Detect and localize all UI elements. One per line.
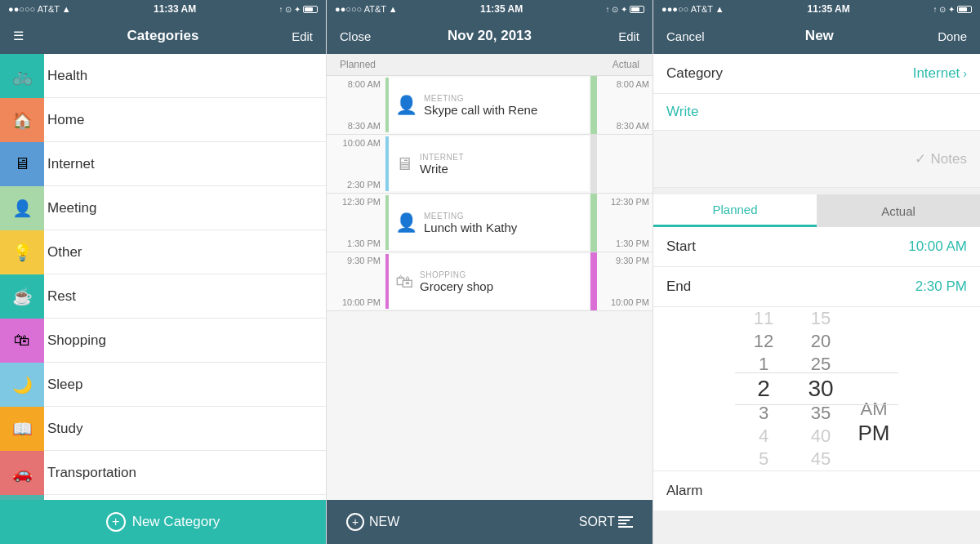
category-item-other[interactable]: 💡Other	[0, 230, 326, 274]
hour-picker[interactable]: 11 12 1 2 3 4 5	[735, 307, 792, 470]
start-value: 10:00 AM	[908, 239, 967, 255]
status-icons-1: ↑ ⊙ ✦	[278, 5, 318, 14]
new-event-button[interactable]: + NEW	[346, 513, 399, 531]
actual-segment[interactable]: Actual	[817, 194, 980, 227]
category-value: Internet ›	[913, 65, 967, 82]
battery-icon	[303, 6, 318, 13]
ampm-picker[interactable]: AM PM	[849, 307, 898, 470]
start-time-2: 10:00 AM	[343, 135, 381, 148]
category-item-health[interactable]: 🚲Health	[0, 54, 326, 98]
hour-5: 5	[735, 448, 792, 470]
event-category-1: MEETING	[424, 94, 537, 103]
event-content-3: 👤 MEETING Lunch with Kathy	[385, 195, 589, 250]
status-bar-2: ●●○○○ AT&T ▲ 11:35 AM ↑ ⊙ ✦	[327, 0, 653, 18]
event-row-4[interactable]: 9:30 PM 10:00 PM 🛍 SHOPPING Grocery shop…	[327, 252, 653, 311]
category-item-sleep[interactable]: 🌙Sleep	[0, 363, 326, 407]
nav-bar-2: Close Nov 20, 2013 Edit	[327, 18, 653, 54]
actual-start-3: 12:30 PM	[611, 194, 649, 207]
internet-icon: 🖥	[0, 142, 44, 186]
actual-start-1: 8:00 AM	[617, 76, 649, 89]
notes-label: Notes	[931, 151, 967, 167]
notes-check-icon: ✓	[915, 150, 926, 167]
plus-icon: +	[106, 512, 126, 532]
event-row-3[interactable]: 12:30 PM 1:30 PM 👤 MEETING Lunch with Ka…	[327, 194, 653, 252]
category-item-home[interactable]: 🏠Home	[0, 98, 326, 142]
event-icon-1: 👤	[395, 95, 417, 116]
new-category-label: New Category	[132, 514, 220, 530]
notes-area[interactable]: ✓ Notes	[653, 131, 980, 188]
sort-label: SORT	[579, 515, 615, 529]
min-25: 25	[792, 353, 849, 376]
event-text-1: MEETING Skype call with Rene	[424, 94, 537, 117]
event-icon-2: 🖥	[395, 154, 413, 175]
nav-bar-1: ☰ Categories Edit	[0, 18, 326, 54]
category-item-internet[interactable]: 🖥Internet	[0, 142, 326, 186]
min-15: 15	[792, 307, 849, 330]
meeting-label: Meeting	[44, 200, 96, 216]
event-title-3: Lunch with Kathy	[424, 221, 517, 234]
event-icon-3: 👤	[395, 212, 417, 234]
actual-end-1: 8:30 AM	[617, 121, 649, 134]
meeting-icon: 👤	[0, 186, 44, 230]
category-item-rest[interactable]: ☕Rest	[0, 274, 326, 319]
actual-bar-1	[590, 76, 597, 134]
category-item-transportation[interactable]: 🚗Transportation	[0, 451, 326, 495]
event-category-4: SHOPPING	[420, 270, 493, 279]
edit-button-2[interactable]: Edit	[607, 29, 639, 43]
time-picker[interactable]: 11 12 1 2 3 4 5 15 20 25 30 35 40 45 AM …	[653, 307, 980, 470]
shopping-label: Shopping	[44, 332, 106, 349]
alarm-row[interactable]: Alarm	[653, 470, 980, 511]
segment-control: Planned Actual	[653, 194, 980, 227]
close-button[interactable]: Close	[340, 29, 372, 43]
home-icon: 🏠	[0, 98, 44, 142]
actual-bar-4	[590, 252, 597, 310]
planned-segment[interactable]: Planned	[653, 194, 817, 227]
hour-4: 4	[735, 425, 792, 448]
chevron-right-icon: ›	[963, 67, 967, 80]
minute-picker[interactable]: 15 20 25 30 35 40 45	[792, 307, 849, 470]
study-label: Study	[44, 421, 82, 437]
new-category-bar[interactable]: + New Category	[0, 500, 326, 544]
planned-times-1: 8:00 AM 8:30 AM	[327, 76, 385, 134]
battery-icon-3	[957, 6, 972, 13]
actual-end-3: 1:30 PM	[616, 239, 649, 252]
time-1: 11:33 AM	[154, 3, 196, 15]
event-row-1[interactable]: 8:00 AM 8:30 AM 👤 MEETING Skype call wit…	[327, 76, 653, 135]
event-title-1: Skype call with Rene	[424, 103, 537, 117]
done-button[interactable]: Done	[934, 29, 967, 43]
actual-segment-label: Actual	[881, 204, 915, 218]
actual-header: Actual	[612, 59, 639, 70]
event-content-4: 🛍 SHOPPING Grocery shop	[385, 254, 589, 309]
start-time-4: 9:30 PM	[347, 252, 381, 265]
category-row[interactable]: Category Internet ›	[653, 54, 980, 94]
other-label: Other	[44, 244, 82, 261]
category-item-study[interactable]: 📖Study	[0, 407, 326, 451]
event-title-4: Grocery shop	[420, 279, 493, 293]
category-item-meeting[interactable]: 👤Meeting	[0, 186, 326, 230]
planned-times-4: 9:30 PM 10:00 PM	[327, 252, 385, 310]
categories-panel: ●●○○○ AT&T ▲ 11:33 AM ↑ ⊙ ✦ ☰ Categories…	[0, 0, 327, 544]
event-category-2: INTERNET	[420, 153, 464, 162]
pm-selected: PM	[849, 421, 898, 446]
end-time-1: 8:30 AM	[348, 121, 381, 134]
start-row[interactable]: Start 10:00 AM	[653, 227, 980, 267]
category-item-shopping[interactable]: 🛍Shopping	[0, 319, 326, 363]
status-bar-1: ●●○○○ AT&T ▲ 11:33 AM ↑ ⊙ ✦	[0, 0, 326, 18]
am-option: AM	[849, 397, 898, 421]
alarm-label: Alarm	[666, 483, 702, 499]
actual-times-1: 8:00 AM 8:30 AM	[597, 76, 653, 134]
menu-button[interactable]: ☰	[13, 29, 46, 43]
actual-times-3: 12:30 PM 1:30 PM	[597, 194, 653, 252]
end-row[interactable]: End 2:30 PM	[653, 267, 980, 307]
time-2: 11:35 AM	[480, 3, 523, 15]
cancel-button[interactable]: Cancel	[666, 29, 705, 43]
write-row[interactable]: Write	[653, 94, 980, 131]
event-row-2[interactable]: 10:00 AM 2:30 PM 🖥 INTERNET Write	[327, 135, 653, 194]
edit-button-1[interactable]: Edit	[280, 29, 313, 43]
time-fields: Start 10:00 AM End 2:30 PM	[653, 227, 980, 307]
min-20: 20	[792, 330, 849, 353]
sort-button[interactable]: SORT	[579, 515, 633, 529]
categories-title: Categories	[46, 28, 280, 44]
hour-12: 12	[735, 330, 792, 353]
start-label: Start	[666, 239, 696, 255]
